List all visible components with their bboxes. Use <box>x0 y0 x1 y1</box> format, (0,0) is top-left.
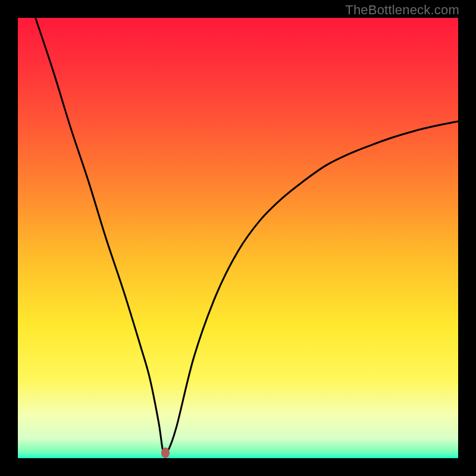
plot-area <box>18 18 458 458</box>
watermark-text: TheBottleneck.com <box>345 2 459 18</box>
chart-frame: TheBottleneck.com <box>0 0 476 476</box>
bottleneck-curve <box>18 18 458 458</box>
optimal-point-marker <box>161 447 170 458</box>
